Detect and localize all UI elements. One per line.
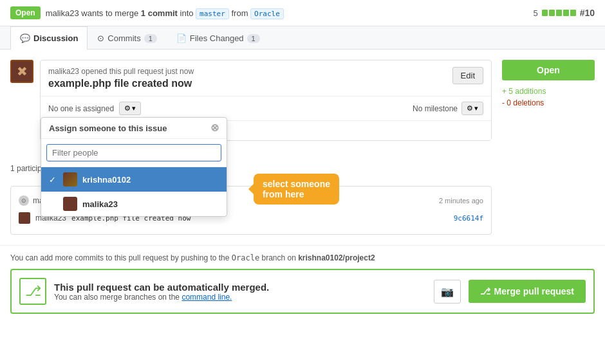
avatar-inner: ✖	[12, 61, 32, 82]
dropdown-filter-wrap	[41, 139, 227, 167]
dropdown-arrow-icon: ▾	[132, 104, 136, 113]
discussion-icon: 💬	[20, 33, 30, 43]
milestone-gear-icon: ⚙	[467, 104, 473, 113]
files-icon: 📄	[176, 33, 187, 43]
bottom-text-before: You can add more commits to this pull re…	[10, 253, 229, 262]
tab-discussion-label: Discussion	[33, 33, 78, 43]
commits-icon: ⊙	[97, 33, 104, 43]
commits-badge: 1	[144, 34, 157, 43]
open-badge: Open	[10, 6, 41, 19]
tabs-bar: 💬 Discussion ⊙ Commits 1 📄 Files Changed…	[0, 26, 605, 50]
merge-title: This pull request can be automatically m…	[54, 282, 426, 293]
commit-hash: 9c6614f	[454, 214, 483, 223]
progress-bar	[542, 10, 576, 16]
dropdown-list: ✓ krishna0102 malika23	[41, 167, 227, 216]
check-icon: ✓	[49, 175, 58, 185]
gear-icon: ⚙	[124, 104, 131, 113]
merge-sub: You can also merge branches on the comma…	[54, 293, 426, 302]
callout-line1: select someone	[263, 179, 330, 189]
main-content: ✖ malika23 opened this pull request just…	[0, 50, 605, 245]
commit-time: 2 minutes ago	[439, 197, 483, 205]
milestone-section: No milestone ⚙ ▾	[413, 102, 483, 115]
dropdown-close-button[interactable]: ⊗	[210, 123, 219, 133]
milestone-arrow-icon: ▾	[474, 104, 478, 113]
pr-meta-line: malika23 opened this pull request just n…	[48, 67, 447, 76]
callout-tooltip: select someone from here	[254, 174, 339, 205]
malika-avatar	[63, 197, 77, 211]
merge-pull-request-button[interactable]: ⎇ Merge pull request	[469, 280, 586, 303]
commit-dot-icon: ⊙	[19, 196, 29, 206]
camera-button[interactable]: 📷	[434, 280, 461, 304]
dropdown-header: Assign someone to this issue ⊗	[41, 118, 227, 139]
edit-button[interactable]: Edit	[452, 67, 483, 84]
krishna-name: krishna0102	[82, 175, 131, 185]
bottom-section: You can add more commits to this pull re…	[0, 245, 605, 322]
bottom-repo: krishna0102/project2	[298, 253, 375, 262]
dropdown-item-krishna[interactable]: ✓ krishna0102	[41, 167, 227, 192]
pr-number: #10	[580, 8, 595, 18]
pr-header-right: 5 #10	[533, 8, 595, 18]
tab-files-label: Files Changed	[190, 33, 244, 43]
pr-title-header: malika23 opened this pull request just n…	[41, 60, 491, 96]
tab-commits[interactable]: ⊙ Commits 1	[88, 26, 166, 50]
pr-meta-text: malika23 opened this pull request just n…	[48, 67, 194, 76]
malika-name: malika23	[82, 199, 118, 209]
tab-discussion[interactable]: 💬 Discussion	[10, 26, 88, 50]
merge-icon-wrap: ⎇	[19, 278, 46, 305]
milestone-label: No milestone	[413, 104, 458, 113]
bottom-text-after: branch on	[261, 253, 295, 262]
pr-title-btn-wrap: Edit	[452, 67, 483, 84]
left-column: ✖ malika23 opened this pull request just…	[10, 60, 492, 235]
additions-label: + 5 additions	[502, 87, 595, 96]
master-branch-badge: master	[196, 8, 229, 19]
assign-dropdown: Assign someone to this issue ⊗ ✓ kr	[41, 117, 227, 217]
command-line-link[interactable]: command line.	[182, 293, 232, 302]
commit-author-avatar	[19, 212, 30, 224]
bottom-info-text: You can add more commits to this pull re…	[10, 253, 595, 262]
pr-title-section: malika23 opened this pull request just n…	[40, 60, 492, 141]
milestone-gear-button[interactable]: ⚙ ▾	[461, 102, 483, 115]
merge-icon: ⎇	[25, 283, 41, 300]
header-text-from: from	[231, 8, 248, 18]
progress-seg-3	[556, 10, 562, 16]
dropdown-title: Assign someone to this issue	[49, 123, 167, 133]
progress-seg-4	[563, 10, 569, 16]
deletions-label: - 0 deletions	[502, 98, 595, 107]
avatar-icon: ✖	[17, 64, 28, 79]
pr-header: Open malika23 wants to merge 1 commit in…	[0, 0, 605, 26]
assign-label: No one is assigned	[48, 104, 114, 113]
krishna-avatar	[63, 172, 77, 187]
header-text-before: malika23 wants to merge	[46, 8, 139, 18]
pr-meta: malika23 opened this pull request just n…	[48, 67, 447, 89]
files-badge: 1	[247, 34, 260, 43]
author-avatar: ✖	[10, 60, 33, 83]
merge-sub-text: You can also merge branches on the	[54, 293, 180, 302]
header-text-into: into	[180, 8, 194, 18]
callout-line2: from here	[263, 189, 330, 199]
merge-btn-label: Merge pull request	[494, 286, 574, 296]
progress-count: 5	[533, 8, 537, 18]
open-button[interactable]: Open	[502, 60, 595, 80]
tab-commits-label: Commits	[107, 33, 140, 43]
merge-text: This pull request can be automatically m…	[54, 282, 426, 302]
assign-gear-button[interactable]: ⚙ ▾	[119, 102, 141, 115]
progress-seg-1	[542, 10, 548, 16]
filter-input[interactable]	[46, 144, 221, 161]
header-commit-count: 1 commit	[141, 8, 178, 18]
oracle-branch-badge: Oracle	[250, 8, 284, 19]
merge-box: ⎇ This pull request can be automatically…	[10, 269, 595, 314]
tab-files-changed[interactable]: 📄 Files Changed 1	[167, 26, 270, 50]
pr-header-text: malika23 wants to merge 1 commit into ma…	[46, 8, 528, 18]
right-sidebar: Open + 5 additions - 0 deletions	[492, 60, 595, 235]
pr-title-text: example.php file created now	[48, 78, 447, 89]
progress-seg-2	[549, 10, 555, 16]
bottom-branch: Oracle	[232, 253, 259, 262]
dropdown-item-malika[interactable]: malika23	[41, 192, 227, 216]
progress-seg-5	[570, 10, 576, 16]
assign-row: No one is assigned ⚙ ▾ Assign someone to…	[41, 96, 491, 120]
merge-btn-icon: ⎇	[480, 286, 490, 296]
